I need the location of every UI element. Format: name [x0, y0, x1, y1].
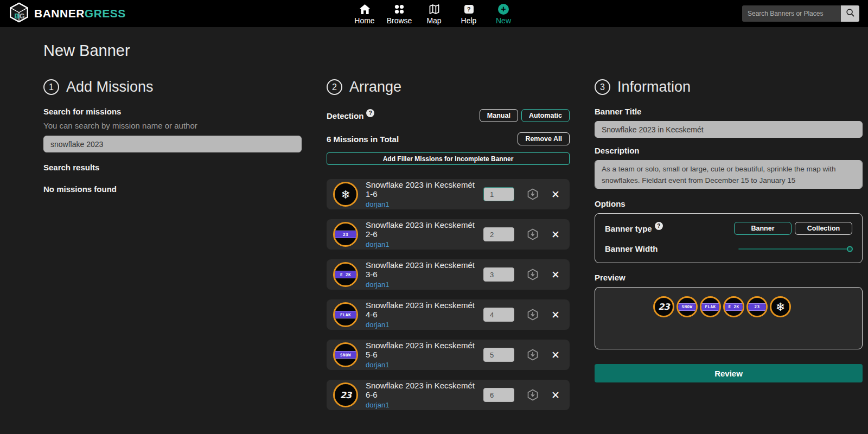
mission-remove-icon[interactable]: ✕ — [551, 189, 560, 200]
mission-author-link[interactable]: dorjan1 — [366, 200, 476, 208]
svg-text:B: B — [14, 12, 19, 20]
mission-remove-icon[interactable]: ✕ — [551, 390, 560, 400]
banner-type-help-icon[interactable]: ? — [655, 222, 663, 230]
nav-item-home[interactable]: Home — [349, 2, 380, 25]
slider-knob[interactable] — [847, 246, 853, 252]
svg-text:G: G — [20, 12, 25, 20]
mission-row-2: 23 Snowflake 2023 in Kecskemét 2-6 dorja… — [327, 219, 570, 250]
brand-logo[interactable]: B G BANNERGRESS — [9, 2, 126, 25]
nav-item-map[interactable]: Map — [418, 2, 450, 25]
options-label: Options — [595, 199, 863, 208]
mission-order-input[interactable] — [483, 388, 514, 402]
review-button[interactable]: Review — [595, 364, 863, 382]
nav-item-help[interactable]: ? Help — [453, 2, 484, 25]
banner-type-label: Banner type — [605, 224, 652, 233]
mission-row-4: FLAK Snowflake 2023 in Kecskemét 4-6 dor… — [327, 299, 570, 330]
help-icon: ? — [464, 4, 474, 15]
mission-author-link[interactable]: dorjan1 — [366, 401, 476, 409]
preview-medal-23: 23 — [653, 296, 674, 317]
step-3-badge: 3 — [595, 79, 610, 95]
nav-label-home: Home — [354, 16, 374, 25]
mission-medal-snow: SNOW — [333, 342, 358, 367]
mission-row-3: E 2K Snowflake 2023 in Kecskemét 3-6 dor… — [327, 259, 570, 290]
mission-hexagon-icon[interactable] — [527, 228, 539, 240]
global-search-input[interactable] — [742, 5, 841, 22]
mission-medal-big23: 23 — [333, 382, 358, 407]
mission-order-input[interactable] — [483, 348, 514, 362]
mission-remove-icon[interactable]: ✕ — [551, 270, 560, 280]
add-missions-section: 1 Add Missions Search for missions You c… — [43, 79, 302, 410]
top-navbar: B G BANNERGRESS Home Browse — [0, 0, 868, 27]
map-icon — [429, 4, 439, 15]
global-search — [742, 5, 859, 22]
add-filler-missions-button[interactable]: Add Filler Missions for Incomplete Banne… — [327, 152, 570, 165]
information-title: Information — [617, 79, 691, 95]
detection-label: Detection — [327, 111, 363, 120]
preview-label: Preview — [595, 273, 863, 282]
preview-medal-e2k: E 2K — [723, 296, 744, 317]
mission-hexagon-icon[interactable] — [527, 188, 539, 200]
mission-hexagon-icon[interactable] — [527, 309, 539, 321]
mission-medal-23: 23 — [333, 222, 358, 247]
preview-medal-strip: 23 SNOW FLAK E 2K 23 ❄ — [652, 296, 792, 317]
nav-label-browse: Browse — [387, 16, 412, 25]
information-section: 3 Information Banner Title Description A… — [595, 79, 863, 410]
mission-hexagon-icon[interactable] — [527, 269, 539, 280]
mission-title: Snowflake 2023 in Kecskemét 2-6 — [366, 220, 476, 239]
mission-author-link[interactable]: dorjan1 — [366, 280, 476, 289]
detection-automatic-button[interactable]: Automatic — [521, 109, 570, 122]
mission-order-input[interactable] — [483, 187, 514, 201]
nav-item-browse[interactable]: Browse — [384, 2, 415, 25]
mission-remove-icon[interactable]: ✕ — [551, 310, 560, 320]
mission-medal-e2k: E 2K — [333, 262, 358, 287]
nav-item-new[interactable]: + New — [488, 2, 519, 25]
options-box: Banner type ? Banner Collection Banner W… — [595, 213, 863, 263]
mission-order-input[interactable] — [483, 308, 514, 322]
preview-medal-snow: SNOW — [676, 296, 698, 317]
page-title: New Banner — [43, 42, 868, 60]
search-icon — [846, 8, 855, 19]
search-results-label: Search results — [43, 163, 302, 172]
banner-type-banner-button[interactable]: Banner — [734, 222, 792, 235]
mission-title: Snowflake 2023 in Kecskemét 3-6 — [366, 260, 476, 279]
mission-search-input[interactable] — [43, 136, 302, 152]
home-icon — [360, 4, 370, 15]
preview-medal-snowflake: ❄ — [770, 296, 791, 317]
step-2-badge: 2 — [327, 79, 342, 95]
mission-row-5: SNOW Snowflake 2023 in Kecskemét 5-6 dor… — [327, 340, 570, 370]
banner-width-label: Banner Width — [605, 244, 658, 253]
mission-medal-flak: FLAK — [333, 302, 358, 327]
mission-order-input[interactable] — [483, 267, 514, 282]
remove-all-button[interactable]: Remove All — [518, 132, 570, 145]
brand-cube-icon: B G — [9, 2, 29, 25]
nav-label-map: Map — [426, 16, 441, 25]
detection-manual-button[interactable]: Manual — [480, 109, 518, 122]
global-search-button[interactable] — [841, 5, 859, 22]
search-missions-hint: You can search by mission name or author — [43, 121, 302, 130]
missions-total-label: 6 Missions in Total — [327, 135, 399, 144]
mission-hexagon-icon[interactable] — [527, 389, 539, 401]
banner-title-label: Banner Title — [595, 107, 863, 116]
mission-remove-icon[interactable]: ✕ — [551, 350, 560, 360]
banner-title-input[interactable] — [595, 121, 863, 138]
banner-type-collection-button[interactable]: Collection — [795, 222, 852, 235]
step-1-badge: 1 — [43, 79, 59, 95]
search-missions-label: Search for missions — [43, 107, 302, 116]
mission-list: ❄ Snowflake 2023 in Kecskemét 1-6 dorjan… — [327, 179, 570, 410]
preview-medal-23b: 23 — [746, 296, 768, 317]
nav-label-help: Help — [461, 16, 477, 25]
mission-hexagon-icon[interactable] — [527, 349, 539, 361]
preview-medal-flak: FLAK — [700, 296, 721, 317]
arrange-section: 2 Arrange Detection ? Manual Automatic 6… — [327, 79, 570, 410]
main-nav: Home Browse Map ? Help + — [349, 2, 519, 25]
mission-order-input[interactable] — [483, 227, 514, 241]
description-textarea[interactable]: As a team or solo, small or large, cute … — [595, 160, 863, 189]
detection-help-icon[interactable]: ? — [366, 109, 374, 117]
mission-row-1: ❄ Snowflake 2023 in Kecskemét 1-6 dorjan… — [327, 179, 570, 209]
mission-row-6: 23 Snowflake 2023 in Kecskemét 6-6 dorja… — [327, 380, 570, 410]
mission-author-link[interactable]: dorjan1 — [366, 321, 476, 329]
mission-author-link[interactable]: dorjan1 — [366, 361, 476, 369]
mission-remove-icon[interactable]: ✕ — [551, 229, 560, 240]
mission-author-link[interactable]: dorjan1 — [366, 240, 476, 248]
banner-width-slider[interactable] — [738, 248, 852, 250]
